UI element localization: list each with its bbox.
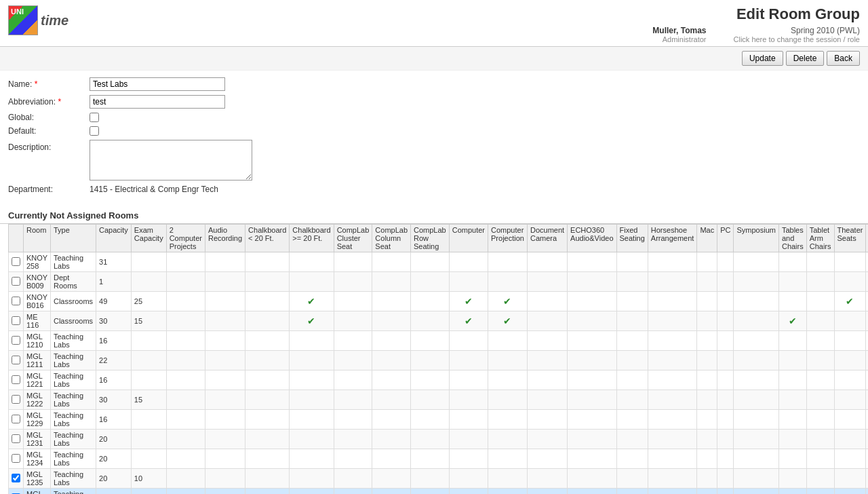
feat-audio — [205, 489, 245, 495]
table-row: MGL 1211Teaching Labs22 — [9, 351, 869, 370]
feat-computer — [449, 469, 488, 489]
row-checkbox[interactable] — [12, 257, 20, 266]
col-pc: PC — [717, 225, 734, 252]
room-capacity: 30 — [96, 311, 132, 331]
feat-complab-row — [411, 252, 450, 272]
feat-computer-proj — [488, 489, 528, 495]
feat-2computer — [166, 489, 205, 495]
row-checkbox[interactable] — [12, 375, 20, 384]
feat-pc — [717, 449, 734, 469]
table-header-row: Room Type Capacity Exam Capacity 2 Compu… — [9, 225, 869, 252]
global-label: Global: — [8, 113, 90, 122]
room-name: MGL 1236 — [24, 489, 51, 495]
feat-theater — [834, 311, 866, 331]
back-button-top[interactable]: Back — [827, 51, 860, 66]
name-row: Name: * — [8, 77, 860, 91]
row-checkbox-cell[interactable] — [9, 390, 24, 410]
delete-button-top[interactable]: Delete — [786, 51, 825, 66]
row-checkbox-cell[interactable] — [9, 410, 24, 430]
row-checkbox-cell[interactable] — [9, 469, 24, 489]
feat-echo360 — [568, 370, 616, 390]
feat-fixed — [616, 449, 648, 469]
abbreviation-input[interactable] — [90, 95, 225, 109]
feat-symposium — [734, 469, 778, 489]
row-checkbox-cell[interactable] — [9, 311, 24, 331]
feat-chalk-gte — [290, 390, 334, 410]
feat-computer: ✔ — [449, 311, 488, 331]
feat-computer — [449, 370, 488, 390]
feat-2computer — [166, 351, 205, 370]
room-capacity: 22 — [96, 351, 132, 370]
feat-symposium — [734, 449, 778, 469]
row-checkbox-cell[interactable] — [9, 351, 24, 370]
feat-tablet-arm — [806, 410, 834, 430]
feat-tablet-arm — [806, 252, 834, 272]
feat-echo360 — [568, 449, 616, 469]
table-row: KNOY 258Teaching Labs31 — [9, 252, 869, 272]
feat-chalk-lt — [245, 410, 290, 430]
update-button-top[interactable]: Update — [742, 51, 783, 66]
feat-audio — [205, 370, 245, 390]
default-checkbox[interactable] — [90, 126, 99, 136]
col-fixed: Fixed Seating — [616, 225, 648, 252]
feat-echo360 — [568, 469, 616, 489]
feat-complab-row — [411, 331, 450, 351]
row-checkbox[interactable] — [12, 454, 20, 463]
row-checkbox-cell[interactable] — [9, 370, 24, 390]
name-input[interactable] — [90, 77, 225, 91]
row-checkbox-cell[interactable] — [9, 252, 24, 272]
rooms-table: Room Type Capacity Exam Capacity 2 Compu… — [8, 224, 868, 494]
row-checkbox[interactable] — [12, 434, 20, 443]
row-checkbox[interactable] — [12, 316, 20, 325]
session-name[interactable]: Spring 2010 (PWL) — [734, 26, 861, 35]
abbreviation-row: Abbreviation: * — [8, 95, 860, 109]
room-name: MGL 1229 — [24, 410, 51, 430]
room-type: Teaching Labs — [50, 370, 96, 390]
feat-horseshoe — [648, 370, 697, 390]
feat-chalk-lt — [245, 430, 290, 449]
session-link-label[interactable]: Click here to change the session / role — [734, 35, 861, 43]
row-checkbox[interactable] — [12, 336, 20, 345]
feat-horseshoe — [648, 311, 697, 331]
feat-2computer — [166, 430, 205, 449]
global-checkbox[interactable] — [90, 113, 99, 122]
row-checkbox-cell[interactable] — [9, 272, 24, 292]
feat-fixed — [616, 292, 648, 311]
row-checkbox[interactable] — [12, 356, 20, 364]
table-row: MGL 1236Teaching Labs5 — [9, 489, 869, 495]
row-checkbox[interactable] — [12, 415, 20, 423]
feat-tables — [778, 292, 806, 311]
row-checkbox[interactable] — [12, 297, 20, 305]
feat-complab-column — [372, 351, 411, 370]
abbrev-required: * — [58, 97, 61, 107]
room-type: Dept Rooms — [50, 272, 96, 292]
row-checkbox[interactable] — [12, 277, 20, 286]
room-capacity: 16 — [96, 370, 132, 390]
feat-doc-camera — [527, 410, 567, 430]
table-row: KNOY B009Dept Rooms1 — [9, 272, 869, 292]
description-textarea[interactable] — [90, 140, 252, 180]
feat-chalk-lt — [245, 331, 290, 351]
feat-fixed — [616, 390, 648, 410]
row-checkbox[interactable] — [12, 395, 20, 404]
feat-pc — [717, 292, 734, 311]
feat-2computer — [166, 311, 205, 331]
row-checkbox-cell[interactable] — [9, 292, 24, 311]
feat-computer — [449, 331, 488, 351]
feat-doc-camera — [527, 469, 567, 489]
room-capacity: 20 — [96, 430, 132, 449]
room-capacity: 49 — [96, 292, 132, 311]
feat-computer-proj — [488, 390, 528, 410]
feat-doc-camera — [527, 351, 567, 370]
row-checkbox[interactable] — [12, 474, 20, 482]
row-checkbox-cell[interactable] — [9, 430, 24, 449]
row-checkbox-cell[interactable] — [9, 449, 24, 469]
user-name: Muller, Tomas — [652, 26, 706, 35]
room-exam-capacity: 10 — [131, 469, 166, 489]
row-checkbox-cell[interactable] — [9, 489, 24, 495]
feat-complab-column — [372, 430, 411, 449]
feat-chalk-gte — [290, 430, 334, 449]
row-checkbox-cell[interactable] — [9, 331, 24, 351]
feat-doc-camera — [527, 272, 567, 292]
feat-symposium — [734, 331, 778, 351]
